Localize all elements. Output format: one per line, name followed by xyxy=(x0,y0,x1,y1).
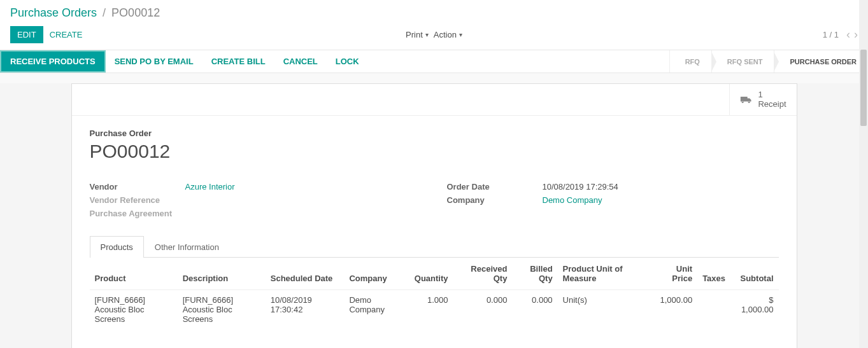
cell-quantity: 1.000 xyxy=(409,290,453,330)
caret-down-icon: ▾ xyxy=(425,31,429,38)
col-taxes[interactable]: Taxes xyxy=(697,258,730,290)
col-description[interactable]: Description xyxy=(178,258,266,290)
create-bill-button[interactable]: Create Bill xyxy=(203,50,274,73)
breadcrumb: Purchase Orders / PO00012 xyxy=(0,0,868,22)
pager-prev-icon[interactable]: ‹ xyxy=(846,28,850,41)
table-row[interactable]: [FURN_6666] Acoustic Bloc Screens [FURN_… xyxy=(90,290,779,330)
cancel-button[interactable]: Cancel xyxy=(274,50,327,73)
create-button[interactable]: Create xyxy=(43,27,89,43)
cell-subtotal: $ 1,000.00 xyxy=(730,290,778,330)
lock-button[interactable]: Lock xyxy=(327,50,368,73)
cell-company: Demo Company xyxy=(344,290,409,330)
send-po-button[interactable]: Send PO by Email xyxy=(106,50,203,73)
company-link[interactable]: Demo Company xyxy=(543,195,602,205)
sheet-body: Purchase Order PO00012 Vendor Azure Inte… xyxy=(72,116,797,342)
status-rfq-sent[interactable]: RFQ Sent xyxy=(711,50,774,73)
notebook-tabs: Products Other Information xyxy=(90,235,779,258)
action-dropdown[interactable]: Action ▾ xyxy=(434,30,462,39)
col-unit-price[interactable]: Unit Price xyxy=(650,258,697,290)
breadcrumb-parent[interactable]: Purchase Orders xyxy=(10,6,97,19)
toolbar-right: 1 / 1 ‹ › xyxy=(823,28,858,41)
form-canvas: 1 Receipt Purchase Order PO00012 Vendor … xyxy=(0,83,868,348)
stat-buttons-row: 1 Receipt xyxy=(72,84,797,116)
print-dropdown[interactable]: Print ▾ xyxy=(406,30,429,39)
vertical-scrollbar[interactable] xyxy=(859,0,868,348)
cell-description: [FURN_6666] Acoustic Bloc Screens xyxy=(178,290,266,330)
print-label: Print xyxy=(406,30,423,39)
pager-text: 1 / 1 xyxy=(823,30,839,39)
purchase-agreement-label: Purchase Agreement xyxy=(90,209,185,218)
right-column: Order Date 10/08/2019 17:29:54 Company D… xyxy=(447,180,779,220)
record-title-label: Purchase Order xyxy=(90,129,779,138)
status-bar: RFQ RFQ Sent Purchase Order xyxy=(669,50,868,73)
status-purchase-order[interactable]: Purchase Order xyxy=(774,50,868,73)
vendor-link[interactable]: Azure Interior xyxy=(185,182,235,191)
cell-received-qty: 0.000 xyxy=(453,290,513,330)
tab-products[interactable]: Products xyxy=(90,236,144,258)
receipt-label: Receipt xyxy=(758,99,786,109)
receipt-stat-button[interactable]: 1 Receipt xyxy=(729,84,796,115)
col-company[interactable]: Company xyxy=(344,258,409,290)
breadcrumb-sep: / xyxy=(103,6,106,19)
tab-other-information[interactable]: Other Information xyxy=(144,236,230,258)
form-sheet: 1 Receipt Purchase Order PO00012 Vendor … xyxy=(71,83,797,348)
cell-product: [FURN_6666] Acoustic Bloc Screens xyxy=(90,290,178,330)
toolbar-center: Print ▾ Action ▾ xyxy=(406,30,462,39)
truck-icon xyxy=(740,95,753,105)
cell-taxes xyxy=(697,290,730,330)
col-received-qty[interactable]: Received Qty xyxy=(453,258,513,290)
record-title: PO00012 xyxy=(90,141,779,162)
col-scheduled-date[interactable]: Scheduled Date xyxy=(266,258,345,290)
left-column: Vendor Azure Interior Vendor Reference P… xyxy=(90,180,422,220)
col-product[interactable]: Product xyxy=(90,258,178,290)
toolbar: Edit Create Print ▾ Action ▾ 1 / 1 ‹ › xyxy=(0,22,868,50)
caret-down-icon: ▾ xyxy=(459,31,462,38)
col-uom[interactable]: Product Unit of Measure xyxy=(558,258,650,290)
breadcrumb-current: PO00012 xyxy=(111,6,160,19)
company-label: Company xyxy=(447,195,543,205)
edit-button[interactable]: Edit xyxy=(10,26,43,43)
order-lines-table: Product Description Scheduled Date Compa… xyxy=(90,258,779,329)
vendor-label: Vendor xyxy=(90,182,185,191)
vendor-ref-label: Vendor Reference xyxy=(90,195,185,205)
scrollbar-thumb[interactable] xyxy=(860,50,867,126)
field-columns: Vendor Azure Interior Vendor Reference P… xyxy=(90,180,779,220)
order-date-value: 10/08/2019 17:29:54 xyxy=(543,182,618,191)
table-header-row: Product Description Scheduled Date Compa… xyxy=(90,258,779,290)
action-bar: Receive Products Send PO by Email Create… xyxy=(0,50,868,73)
cell-billed-qty: 0.000 xyxy=(512,290,557,330)
col-billed-qty[interactable]: Billed Qty xyxy=(512,258,557,290)
receipt-count: 1 xyxy=(758,90,786,99)
pager-next-icon[interactable]: › xyxy=(854,28,858,41)
status-rfq[interactable]: RFQ xyxy=(669,50,711,73)
cell-unit-price: 1,000.00 xyxy=(650,290,697,330)
cell-scheduled-date: 10/08/2019 17:30:42 xyxy=(266,290,345,330)
col-subtotal[interactable]: Subtotal xyxy=(730,258,778,290)
cell-uom: Unit(s) xyxy=(558,290,650,330)
action-label: Action xyxy=(434,30,457,39)
col-quantity[interactable]: Quantity xyxy=(409,258,453,290)
order-date-label: Order Date xyxy=(447,182,543,191)
receive-products-button[interactable]: Receive Products xyxy=(0,50,106,73)
